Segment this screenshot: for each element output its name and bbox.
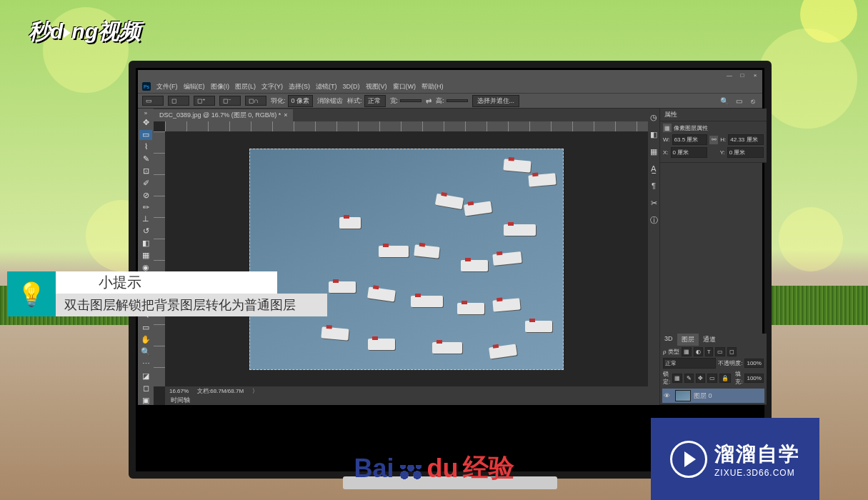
filter-pixel-icon[interactable]: ▦	[682, 347, 692, 356]
menu-type[interactable]: 文字(Y)	[261, 82, 283, 91]
menu-layer[interactable]: 图层(L)	[235, 82, 256, 91]
fill-label: 填充:	[735, 370, 742, 386]
marquee-tool-icon[interactable]: ▭	[142, 96, 164, 106]
tab-channels[interactable]: 通道	[699, 334, 720, 346]
tab-layers[interactable]: 图层	[677, 334, 699, 346]
move-tool[interactable]: ✥	[139, 118, 152, 128]
filter-type-icon[interactable]: T	[705, 347, 713, 356]
paw-icon	[399, 458, 423, 479]
filter-smart-icon[interactable]: ◻	[727, 347, 737, 356]
filter-adj-icon[interactable]: ◐	[694, 347, 703, 356]
document-tab[interactable]: DSC_0389.jpg @ 16.7% (图层 0, RGB/8) * ×	[154, 109, 293, 121]
selection-mode-add[interactable]: ◻⁺	[194, 96, 215, 106]
zoom-tool[interactable]: 🔍	[139, 347, 152, 357]
gradient-tool[interactable]: ▦	[139, 251, 152, 261]
edit-toolbar[interactable]: ⋯	[139, 359, 152, 369]
width-input[interactable]	[400, 99, 421, 102]
boat-shape	[339, 217, 361, 229]
selection-mode-new[interactable]: ◻	[168, 96, 189, 106]
lock-all-icon[interactable]: 🔒	[719, 374, 731, 383]
brush-tool[interactable]: ✏	[139, 202, 152, 212]
color-swatch[interactable]: ◪	[139, 371, 152, 381]
doc-info-arrow[interactable]: 〉	[252, 387, 258, 395]
layer-name[interactable]: 图层 0	[694, 391, 712, 401]
tab-label: DSC_0389.jpg @ 16.7% (图层 0, RGB/8) *	[159, 111, 281, 120]
tab-3d[interactable]: 3D	[660, 334, 677, 346]
layer-item[interactable]: 👁 图层 0	[662, 389, 764, 403]
properties-title[interactable]: 属性	[660, 109, 767, 121]
menu-view[interactable]: 视图(V)	[366, 82, 387, 91]
ruler-vertical[interactable]	[154, 131, 165, 386]
ruler-horizontal[interactable]	[165, 121, 648, 131]
menu-image[interactable]: 图像(I)	[211, 82, 230, 91]
hand-tool[interactable]: ✋	[139, 335, 152, 345]
search-icon[interactable]: 🔍	[719, 96, 729, 106]
menu-filter[interactable]: 滤镜(T)	[316, 82, 337, 91]
stamp-tool[interactable]: ⊥	[139, 214, 152, 224]
quick-mask[interactable]: ◻	[139, 383, 152, 393]
screen-mode[interactable]: ▣	[139, 395, 152, 405]
share-icon[interactable]: ⎋	[748, 96, 758, 106]
menu-select[interactable]: 选择(S)	[289, 82, 310, 91]
lock-pos-icon[interactable]: ✥	[696, 374, 705, 383]
height-input[interactable]	[447, 99, 468, 102]
select-and-mask-button[interactable]: 选择并遮住...	[472, 95, 520, 107]
style-select[interactable]: 正常	[364, 95, 386, 107]
tab-close-icon[interactable]: ×	[284, 111, 287, 119]
menu-window[interactable]: 窗口(W)	[393, 82, 416, 91]
boat-shape	[492, 298, 520, 311]
heal-tool[interactable]: ⊘	[139, 190, 152, 200]
crop-tool[interactable]: ⊡	[139, 166, 152, 176]
lock-trans-icon[interactable]: ▦	[672, 374, 682, 383]
selection-mode-subtract[interactable]: ◻⁻	[219, 96, 241, 106]
timeline-panel[interactable]: 时间轴	[165, 395, 648, 405]
lasso-tool[interactable]: ⌇	[139, 142, 152, 152]
lock-art-icon[interactable]: ▭	[707, 374, 717, 383]
h-input[interactable]: 42.33 厘米	[728, 134, 764, 145]
minimize-button[interactable]: —	[725, 71, 734, 79]
marquee-tool[interactable]: ▭	[139, 130, 152, 140]
info-icon[interactable]: ⓘ	[648, 214, 659, 226]
feather-input[interactable]: 0 像素	[288, 95, 314, 107]
opacity-input[interactable]: 100%	[744, 359, 763, 368]
shape-tool[interactable]: ▭	[139, 323, 152, 333]
menu-help[interactable]: 帮助(H)	[421, 82, 444, 91]
visibility-icon[interactable]: 👁	[664, 392, 672, 399]
link-wh-icon[interactable]: ⚯	[709, 136, 718, 144]
maximize-button[interactable]: □	[738, 71, 747, 79]
toolbox-toggle[interactable]: »	[142, 110, 149, 116]
paragraph-icon[interactable]: ¶	[648, 180, 659, 191]
swap-wh-icon[interactable]: ⇄	[426, 97, 431, 105]
filter-shape-icon[interactable]: ▭	[715, 347, 725, 356]
antialias-checkbox[interactable]: 消除锯齿	[317, 96, 343, 106]
layer-thumbnail[interactable]	[675, 390, 691, 401]
fill-input[interactable]: 100%	[744, 374, 763, 383]
y-input[interactable]: 0 厘米	[727, 147, 764, 158]
canvas[interactable]	[165, 131, 648, 386]
feather-label: 羽化:	[271, 96, 286, 106]
frame-icon[interactable]: ▭	[734, 96, 744, 106]
color-icon[interactable]: ◧	[648, 129, 659, 140]
menu-file[interactable]: 文件(F)	[156, 82, 178, 91]
layer-list: 👁 图层 0	[660, 387, 767, 404]
character-icon[interactable]: A̲	[648, 163, 659, 174]
layer-pixel-icon: ▦	[663, 124, 672, 132]
close-button[interactable]: ×	[751, 71, 759, 79]
eraser-tool[interactable]: ◧	[139, 239, 152, 249]
zoom-level[interactable]: 16.67%	[169, 388, 189, 394]
doc-info[interactable]: 文档:68.7M/68.7M	[197, 387, 244, 395]
blend-mode-select[interactable]: 正常	[663, 358, 716, 369]
lock-pixel-icon[interactable]: ✎	[684, 374, 694, 383]
eyedropper-tool[interactable]: ✐	[139, 178, 152, 188]
selection-mode-intersect[interactable]: ◻∩	[245, 96, 266, 106]
w-input[interactable]: 63.5 厘米	[672, 134, 708, 145]
image-selection[interactable]	[249, 149, 564, 370]
adjustments-icon[interactable]: ✂	[648, 197, 659, 209]
swatches-icon[interactable]: ▦	[648, 146, 659, 157]
menu-edit[interactable]: 编辑(E)	[184, 82, 205, 91]
history-brush-tool[interactable]: ↺	[139, 226, 152, 236]
menu-3d[interactable]: 3D(D)	[343, 83, 360, 90]
x-input[interactable]: 0 厘米	[671, 147, 707, 158]
history-icon[interactable]: ◷	[648, 111, 659, 123]
quick-select-tool[interactable]: ✎	[139, 154, 152, 164]
